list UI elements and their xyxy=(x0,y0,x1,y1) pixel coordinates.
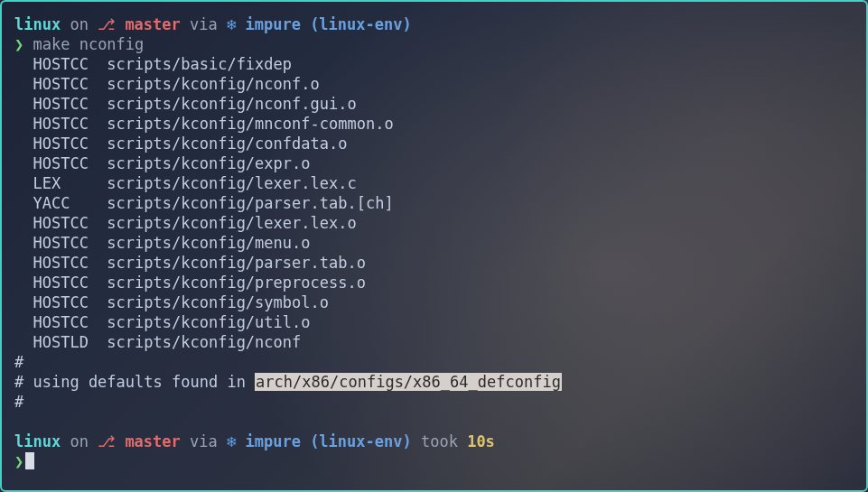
git-branch-icon: ⎇ xyxy=(98,432,116,451)
defaults-prefix: # using defaults found in xyxy=(14,373,255,391)
env-name: (linux-env) xyxy=(301,432,412,450)
build-line: HOSTCC scripts/kconfig/confdata.o xyxy=(14,134,854,153)
build-output: HOSTCC scripts/basic/fixdep HOSTCC scrip… xyxy=(14,54,854,352)
git-branch: master xyxy=(116,15,181,33)
sep-via: via xyxy=(181,432,227,450)
build-line: HOSTCC scripts/kconfig/symbol.o xyxy=(14,292,854,312)
defaults-line: # using defaults found in arch/x86/confi… xyxy=(14,372,854,392)
nix-icon: ❄ xyxy=(227,432,236,451)
build-line: HOSTCC scripts/kconfig/expr.o xyxy=(14,153,854,173)
cursor-block xyxy=(25,452,34,469)
duration: 10s xyxy=(467,432,495,450)
build-line: HOSTCC scripts/kconfig/menu.o xyxy=(14,233,854,253)
command-line-2[interactable]: ❯ xyxy=(14,451,854,471)
build-line: HOSTCC scripts/kconfig/preprocess.o xyxy=(14,273,854,292)
took-label: took xyxy=(412,432,467,450)
build-line: YACC scripts/kconfig/parser.tab.[ch] xyxy=(14,193,854,213)
comment-hash: # xyxy=(14,392,854,412)
build-line: HOSTCC scripts/kconfig/nconf.o xyxy=(14,74,854,94)
build-line: HOSTCC scripts/kconfig/nconf.gui.o xyxy=(14,94,854,114)
terminal-window[interactable]: linux on ⎇ master via ❄ impure (linux-en… xyxy=(0,0,868,492)
build-line: HOSTCC scripts/kconfig/util.o xyxy=(14,312,854,332)
cwd: linux xyxy=(14,15,61,33)
command-line-1: ❯ make nconfig xyxy=(14,34,854,54)
build-line: LEX scripts/kconfig/lexer.lex.c xyxy=(14,173,854,193)
git-branch-icon: ⎇ xyxy=(98,14,116,34)
prompt-symbol: ❯ xyxy=(14,35,23,53)
build-line: HOSTCC scripts/kconfig/lexer.lex.o xyxy=(14,213,854,233)
git-branch: master xyxy=(116,432,181,450)
build-line: HOSTCC scripts/basic/fixdep xyxy=(14,54,854,74)
comment-hash: # xyxy=(14,352,854,372)
defaults-path-highlight: arch/x86/configs/x86_64_defconfig xyxy=(255,373,562,391)
env-name: (linux-env) xyxy=(301,15,412,33)
nix-icon: ❄ xyxy=(227,14,236,34)
prompt-line-2: linux on ⎇ master via ❄ impure (linux-en… xyxy=(14,432,854,451)
impure-label: impure xyxy=(236,15,301,33)
cwd: linux xyxy=(14,432,61,450)
prompt-line-1: linux on ⎇ master via ❄ impure (linux-en… xyxy=(14,14,854,34)
impure-label: impure xyxy=(236,432,301,450)
sep-on: on xyxy=(61,15,98,33)
sep-on: on xyxy=(61,432,98,450)
prompt-symbol: ❯ xyxy=(14,452,23,470)
build-line: HOSTCC scripts/kconfig/mnconf-common.o xyxy=(14,114,854,134)
build-line: HOSTLD scripts/kconfig/nconf xyxy=(14,332,854,352)
command-text: make nconfig xyxy=(23,35,144,53)
build-line: HOSTCC scripts/kconfig/parser.tab.o xyxy=(14,253,854,273)
sep-via: via xyxy=(181,15,227,33)
